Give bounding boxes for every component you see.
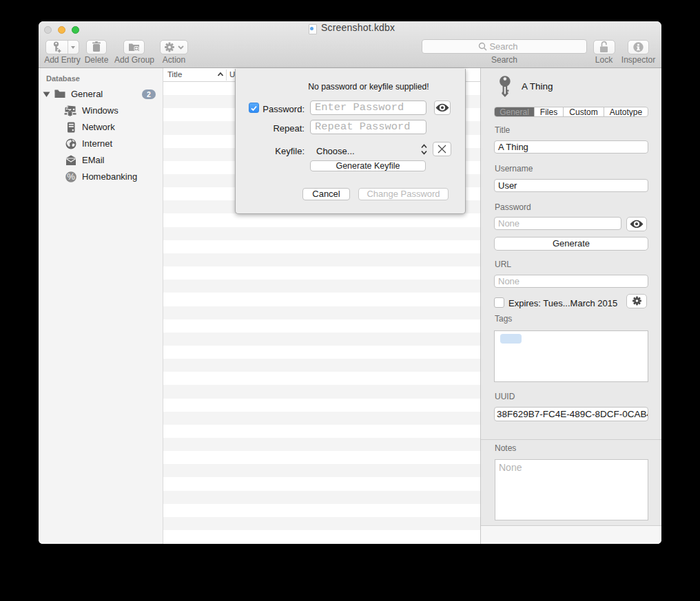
svg-text:%: % xyxy=(67,171,75,182)
